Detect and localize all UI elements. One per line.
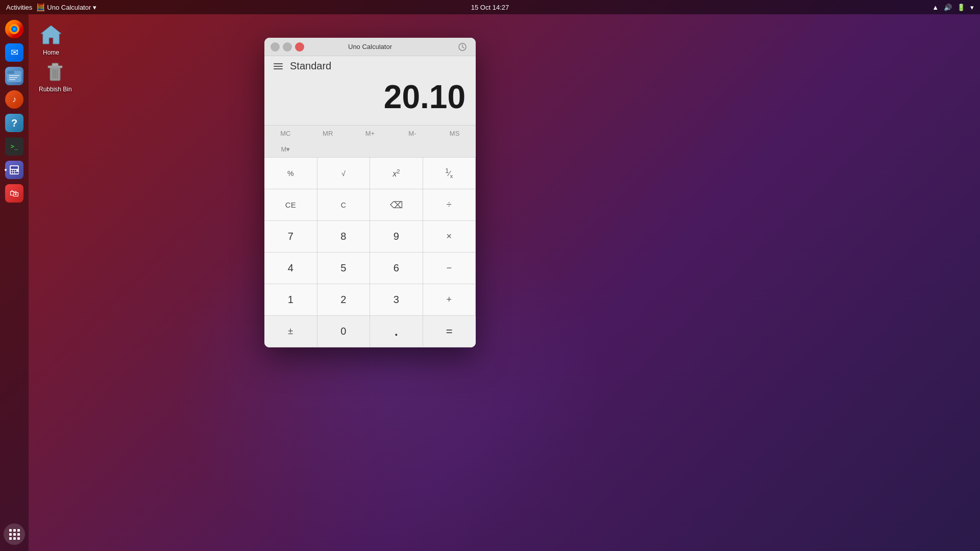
mr-button[interactable]: MR [307, 126, 349, 141]
dock-item-files[interactable] [4, 65, 25, 87]
mplus-button[interactable]: M+ [349, 126, 391, 141]
hamburger-line-2 [274, 66, 283, 67]
square-label: x2 [393, 168, 400, 179]
display-value: 20.10 [275, 79, 465, 115]
decimal-button[interactable]: . [370, 316, 423, 347]
ce-button[interactable]: CE [264, 189, 317, 221]
desktop-background [0, 0, 980, 551]
divide-button[interactable]: ÷ [423, 189, 476, 221]
terminal-icon: >_ [5, 137, 23, 156]
maximize-button[interactable]: □ [283, 42, 292, 52]
volume-icon: 🔊 [944, 4, 952, 11]
calculator-display: 20.10 [264, 74, 476, 125]
multiply-button[interactable]: × [423, 221, 476, 253]
app-indicator: 🧮 Uno Calculator ▾ [36, 3, 96, 11]
show-apps-icon [9, 529, 20, 540]
7-button[interactable]: 7 [264, 221, 317, 253]
svg-rect-13 [11, 172, 12, 173]
calculator-window: − □ ✕ Uno Calculator Standard 20.10 MC [264, 38, 476, 347]
topbar: Activities 🧮 Uno Calculator ▾ 15 Oct 14:… [0, 0, 980, 14]
percent-button[interactable]: % [264, 158, 317, 189]
history-icon [458, 42, 467, 52]
svg-rect-12 [15, 170, 16, 171]
sqrt-button[interactable]: √ [317, 158, 371, 189]
active-indicator [5, 169, 7, 171]
firefox-icon [5, 20, 23, 38]
4-button[interactable]: 4 [264, 253, 317, 284]
show-apps-button[interactable] [4, 523, 25, 545]
reciprocal-button[interactable]: 1⁄x [423, 158, 476, 189]
1-button[interactable]: 1 [264, 284, 317, 316]
files-icon [5, 67, 23, 85]
dock-item-calculator[interactable] [4, 159, 25, 181]
calculator-app-icon [5, 161, 23, 179]
desktop-icon-home[interactable]: Home [36, 19, 66, 59]
activities-button[interactable]: Activities [6, 4, 32, 11]
button-grid: % √ x2 1⁄x CE C ⌫ ÷ 7 8 9 × 4 5 6 − 1 2 … [264, 157, 476, 347]
home-icon-label: Home [43, 49, 59, 56]
memory-row: MC MR M+ M- MS M▾ [264, 125, 476, 157]
dock-item-thunderbird[interactable]: ✉ [4, 42, 25, 63]
backspace-button[interactable]: ⌫ [370, 189, 423, 221]
mc-button[interactable]: MC [264, 126, 307, 141]
close-button[interactable]: ✕ [295, 42, 304, 52]
window-title: Uno Calculator [348, 43, 392, 51]
minimize-button[interactable]: − [271, 42, 280, 52]
battery-icon: 🔋 [957, 4, 965, 11]
reciprocal-label: 1⁄x [445, 167, 453, 179]
system-tray: ▲ 🔊 🔋 ▾ [932, 4, 974, 11]
9-button[interactable]: 9 [370, 221, 423, 253]
dock-item-terminal[interactable]: >_ [4, 136, 25, 157]
6-button[interactable]: 6 [370, 253, 423, 284]
software-icon: 🛍 [5, 184, 23, 203]
dock-item-software[interactable]: 🛍 [4, 183, 25, 204]
square-button[interactable]: x2 [370, 158, 423, 189]
dock-item-help[interactable]: ? [4, 112, 25, 134]
calculator-header: Standard [264, 56, 476, 74]
hamburger-line-3 [274, 68, 283, 69]
help-icon: ? [5, 114, 23, 132]
svg-rect-7 [9, 79, 15, 80]
dock-item-rhythmbox[interactable]: ♪ [4, 89, 25, 110]
8-button[interactable]: 8 [317, 221, 371, 253]
negate-button[interactable]: ± [264, 316, 317, 347]
ms-button[interactable]: MS [433, 126, 476, 141]
svg-point-2 [13, 28, 16, 31]
add-button[interactable]: + [423, 284, 476, 316]
equals-button[interactable]: = [423, 316, 476, 347]
home-folder-icon [39, 22, 63, 47]
5-button[interactable]: 5 [317, 253, 371, 284]
system-menu-chevron[interactable]: ▾ [970, 4, 974, 11]
hamburger-menu-button[interactable] [272, 61, 285, 71]
svg-rect-11 [13, 170, 14, 171]
dock-item-firefox[interactable] [4, 18, 25, 40]
svg-rect-6 [9, 77, 17, 78]
svg-rect-10 [11, 170, 12, 171]
svg-rect-5 [9, 75, 19, 76]
thunderbird-icon: ✉ [5, 43, 23, 62]
network-icon: ▲ [932, 4, 939, 11]
clear-button[interactable]: C [317, 189, 371, 221]
svg-rect-14 [13, 172, 14, 173]
rubbish-bin-icon [43, 59, 67, 84]
datetime: 15 Oct 14:27 [471, 4, 509, 11]
dock: ✉ ♪ ? >_ [0, 14, 29, 551]
mminus-button[interactable]: M- [391, 126, 433, 141]
svg-rect-15 [15, 172, 18, 173]
subtract-button[interactable]: − [423, 253, 476, 284]
0-button[interactable]: 0 [317, 316, 371, 347]
rubbish-bin-label: Rubbish Bin [39, 86, 72, 93]
hamburger-line-1 [274, 63, 283, 64]
mhistory-button[interactable]: M▾ [264, 141, 307, 157]
app-menu-chevron[interactable]: ▾ [93, 4, 96, 11]
svg-rect-9 [11, 166, 18, 169]
3-button[interactable]: 3 [370, 284, 423, 316]
titlebar-right [455, 40, 470, 54]
2-button[interactable]: 2 [317, 284, 371, 316]
svg-marker-16 [41, 26, 61, 44]
desktop-icon-rubbish-bin[interactable]: Rubbish Bin [36, 56, 75, 96]
rhythmbox-icon: ♪ [5, 90, 23, 109]
calculator-titlebar: − □ ✕ Uno Calculator [264, 38, 476, 56]
history-button[interactable] [455, 40, 470, 54]
calculator-mode: Standard [290, 60, 331, 72]
